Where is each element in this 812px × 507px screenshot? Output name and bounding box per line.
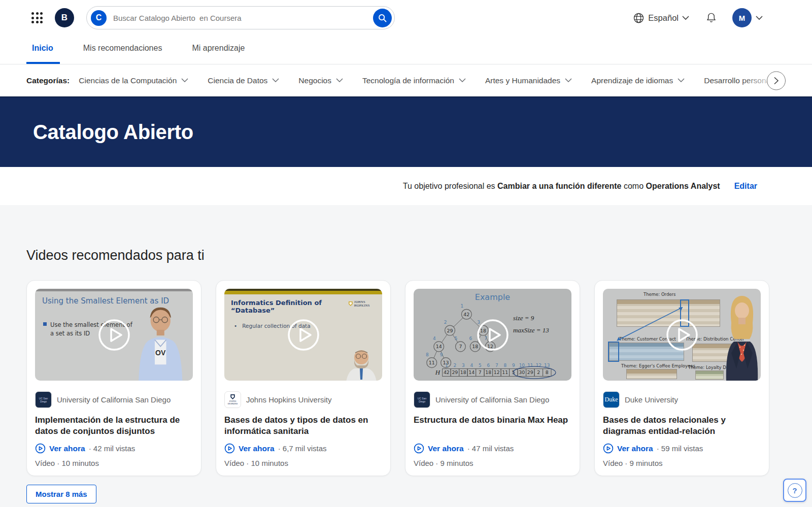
partner-logo: JOHNS HOPKINS (224, 391, 241, 408)
partner-row: Duke Duke University (603, 391, 761, 408)
category-label: Salud (792, 76, 812, 85)
language-label: Español (648, 13, 679, 23)
category-item[interactable]: Desarrollo personal (704, 76, 772, 85)
category-label: Ciencia de Datos (208, 76, 267, 85)
help-button[interactable]: ? (783, 479, 806, 502)
categories-bar: Categorías: Ciencias de la ComputaciónCi… (0, 64, 812, 96)
play-icon (666, 319, 698, 351)
video-thumbnail[interactable]: Theme: Orders Theme: Customer Contact Th… (603, 289, 761, 381)
play-overlay[interactable] (414, 289, 571, 381)
partner-logo: Duke (603, 391, 620, 408)
category-label: Desarrollo personal (704, 76, 772, 85)
bell-icon (705, 12, 717, 24)
tab-inicio[interactable]: Inicio (32, 36, 53, 64)
cta-row: Ver ahora · 47 mil vistas (414, 443, 571, 454)
play-circle-icon (35, 443, 46, 454)
question-mark-icon: ? (788, 483, 802, 498)
section-title: Videos recomendados para ti (26, 248, 786, 263)
category-item[interactable]: Ciencia de Datos (208, 76, 279, 85)
watch-now-link[interactable]: Ver ahora (35, 443, 85, 454)
cta-row: Ver ahora · 42 mil vistas (35, 443, 193, 454)
video-meta: Vídeo · 10 minutos (224, 459, 382, 467)
watch-now-link[interactable]: Ver ahora (603, 443, 653, 454)
category-label: Negocios (298, 76, 331, 85)
cta-row: Ver ahora · 6,7 mil vistas (224, 443, 382, 454)
category-item[interactable]: Ciencias de la Computación (79, 76, 188, 85)
video-title[interactable]: Bases de datos relacionales y diagramas … (603, 415, 761, 437)
org-logo[interactable]: B (55, 8, 74, 27)
chevron-down-icon (565, 78, 572, 83)
coursera-logo-icon: C (91, 10, 107, 26)
edit-goal-link[interactable]: Editar (731, 181, 760, 191)
categories-next-button[interactable] (767, 71, 786, 90)
primary-tabs: Inicio Mis recomendaciones Mi aprendizaj… (0, 36, 812, 64)
video-title[interactable]: Implementación de la estructura de datos… (35, 415, 193, 437)
notifications-button[interactable] (705, 12, 717, 24)
apps-grid-button[interactable] (31, 12, 43, 23)
play-circle-icon (224, 443, 235, 454)
search-input[interactable] (112, 13, 373, 23)
category-item[interactable]: Tecnología de información (362, 76, 466, 85)
tab-mi-aprendizaje[interactable]: Mi aprendizaje (192, 36, 245, 64)
category-item[interactable]: Negocios (298, 76, 343, 85)
page-title: Catalogo Abierto (33, 121, 193, 144)
cta-row: Ver ahora · 59 mil vistas (603, 443, 761, 454)
chevron-down-icon (756, 16, 763, 20)
category-label: Tecnología de información (362, 76, 454, 85)
top-bar: B C Español (0, 0, 812, 64)
partner-row: JOHNS HOPKINS Johns Hopkins University (224, 391, 382, 408)
partner-logo: UC San Diego (414, 391, 430, 408)
profile-menu-button[interactable]: M (732, 8, 763, 27)
partner-name: University of California San Diego (435, 395, 549, 404)
category-item[interactable]: Artes y Humanidades (485, 76, 572, 85)
video-card: Informatics Definition of “Database” JOH… (216, 280, 391, 476)
category-label: Ciencias de la Computación (79, 76, 177, 85)
video-cards-row: Using the Smallest Element as ID Use the… (26, 280, 786, 476)
video-thumbnail[interactable]: Using the Smallest Element as ID Use the… (35, 289, 193, 381)
play-icon (98, 319, 130, 351)
category-label: Aprendizaje de idiomas (591, 76, 673, 85)
video-meta: Vídeo · 9 minutos (414, 459, 571, 467)
tab-mis-recomendaciones[interactable]: Mis recomendaciones (83, 36, 162, 64)
watch-now-link[interactable]: Ver ahora (414, 443, 464, 454)
partner-name: University of California San Diego (57, 395, 171, 404)
category-item[interactable]: Aprendizaje de idiomas (591, 76, 685, 85)
view-count: · 47 mil vistas (467, 444, 514, 453)
video-title[interactable]: Estructura de datos binaria Max Heap (414, 415, 571, 426)
video-title[interactable]: Bases de datos y tipos de datos en infor… (224, 415, 382, 437)
video-card: Example 42129218314475186127118139421292… (405, 280, 580, 476)
partner-row: UC San Diego University of California Sa… (35, 391, 193, 408)
show-more-button[interactable]: Mostrar 8 más (26, 485, 96, 503)
career-goal-text: Tu objetivo profesional es Cambiar a una… (403, 182, 720, 191)
chevron-down-icon (682, 16, 689, 20)
chevron-down-icon (678, 78, 685, 83)
magnifier-icon (378, 13, 387, 23)
partner-row: UC San Diego University of California Sa… (414, 391, 571, 408)
categories-list: Ciencias de la ComputaciónCiencia de Dat… (79, 76, 812, 85)
categories-label: Categorías: (26, 76, 70, 85)
language-selector[interactable]: Español (633, 12, 689, 24)
video-card: Using the Smallest Element as ID Use the… (26, 280, 201, 476)
chevron-down-icon (336, 78, 343, 83)
globe-icon (633, 12, 645, 24)
play-overlay[interactable] (224, 289, 382, 381)
chevron-down-icon (459, 78, 466, 83)
video-thumbnail[interactable]: Informatics Definition of “Database” JOH… (224, 289, 382, 381)
play-overlay[interactable] (603, 289, 761, 381)
watch-now-link[interactable]: Ver ahora (224, 443, 275, 454)
profile-avatar: M (732, 8, 752, 27)
chevron-right-icon (773, 76, 779, 85)
video-thumbnail[interactable]: Example 42129218314475186127118139421292… (414, 289, 571, 381)
play-overlay[interactable] (35, 289, 193, 381)
category-item[interactable]: Salud (792, 76, 812, 85)
chevron-down-icon (272, 78, 279, 83)
video-meta: Vídeo · 10 minutos (35, 459, 193, 467)
search-bar: C (86, 6, 395, 29)
search-button[interactable] (373, 9, 392, 27)
partner-logo: UC San Diego (35, 391, 52, 408)
main-content: Videos recomendados para ti Using the Sm… (0, 205, 812, 503)
view-count: · 59 mil vistas (657, 444, 703, 453)
partner-name: Duke University (625, 395, 678, 404)
chevron-down-icon (181, 78, 188, 83)
partner-name: Johns Hopkins University (246, 395, 331, 404)
